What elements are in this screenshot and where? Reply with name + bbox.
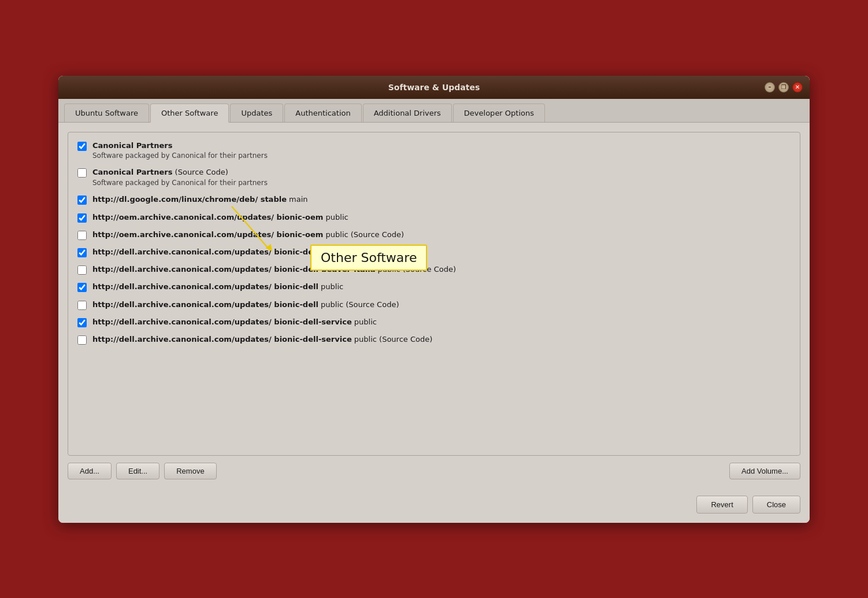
repo-checkbox-canonical-partners[interactable] (77, 142, 87, 151)
tab-updates[interactable]: Updates (230, 104, 283, 122)
list-item: http://dell.archive.canonical.com/update… (73, 313, 795, 331)
repo-name: http://dell.archive.canonical.com/update… (92, 300, 318, 309)
tab-other-software[interactable]: Other Software (150, 104, 229, 123)
tab-additional-drivers[interactable]: Additional Drivers (363, 104, 452, 122)
add-volume-button[interactable]: Add Volume... (729, 463, 800, 479)
close-button[interactable]: Close (752, 496, 800, 514)
list-item: http://oem.archive.canonical.com/updates… (73, 209, 795, 226)
repo-description: Software packaged by Canonical for their… (92, 151, 268, 161)
repo-extra: public (323, 213, 348, 222)
close-window-button[interactable]: ✕ (792, 82, 803, 93)
maximize-button[interactable]: ❐ (778, 82, 789, 93)
list-item: http://dell.archive.canonical.com/update… (73, 331, 795, 348)
window-controls: – ❐ ✕ (765, 82, 803, 93)
repo-description: Software packaged by Canonical for their… (92, 178, 268, 188)
repo-extra: public (Source Code) (352, 335, 433, 344)
content-wrapper: Other Software Canonical Partners Softwa… (68, 132, 800, 479)
app-window: Software & Updates – ❐ ✕ Ubuntu Software… (58, 76, 810, 523)
tab-ubuntu-software[interactable]: Ubuntu Software (64, 104, 149, 122)
edit-button[interactable]: Edit... (116, 463, 159, 479)
bottom-buttons: Revert Close (58, 489, 810, 523)
repo-checkbox-dell-beaver-italia[interactable] (77, 248, 87, 257)
tooltip-other-software: Other Software (310, 245, 427, 271)
list-item: http://dell.archive.canonical.com/update… (73, 278, 795, 296)
tab-authentication[interactable]: Authentication (284, 104, 361, 122)
list-item: http://dell.archive.canonical.com/update… (73, 296, 795, 313)
titlebar: Software & Updates – ❐ ✕ (58, 76, 810, 99)
repo-checkbox-oem-bionic-oem-source[interactable] (77, 231, 87, 240)
repo-name: Canonical Partners (92, 168, 172, 176)
svg-marker-1 (266, 243, 273, 251)
revert-button[interactable]: Revert (696, 496, 747, 514)
repo-list: Canonical Partners Software packaged by … (68, 132, 800, 456)
repo-name: http://dell.archive.canonical.com/update… (92, 318, 352, 326)
action-buttons-row: Add... Edit... Remove Add Volume... (68, 463, 800, 479)
list-item: Canonical Partners Software packaged by … (73, 137, 795, 164)
annotation-arrow (201, 190, 305, 265)
repo-extra: public (318, 282, 343, 291)
repo-extra: public (Source Code) (323, 230, 404, 239)
repo-checkbox-dell-bionic-dell[interactable] (77, 283, 87, 292)
list-item: http://dell.archive.canonical.com/update… (73, 261, 795, 278)
list-item: Canonical Partners (Source Code) Softwar… (73, 164, 795, 191)
tab-bar: Ubuntu Software Other Software Updates A… (58, 99, 810, 123)
repo-checkbox-dell-service[interactable] (77, 318, 87, 327)
repo-checkbox-canonical-partners-source[interactable] (77, 168, 87, 178)
repo-checkbox-dell-beaver-italia-source[interactable] (77, 265, 87, 275)
repo-checkbox-dell-bionic-dell-source[interactable] (77, 301, 87, 310)
window-title: Software & Updates (388, 83, 480, 92)
svg-line-0 (232, 206, 268, 248)
repo-name: Canonical Partners (92, 141, 172, 150)
minimize-button[interactable]: – (765, 82, 775, 93)
tab-developer-options[interactable]: Developer Options (453, 104, 545, 122)
repo-extra: (Source Code) (172, 168, 228, 176)
list-item: http://dell.archive.canonical.com/update… (73, 243, 795, 261)
repo-extra: public (Source Code) (318, 300, 399, 309)
repo-extra: public (352, 318, 377, 326)
repo-checkbox-oem-bionic-oem[interactable] (77, 213, 87, 223)
repo-checkbox-google-chrome[interactable] (77, 195, 87, 205)
tab-content: Other Software Canonical Partners Softwa… (58, 123, 810, 489)
list-item: http://oem.archive.canonical.com/updates… (73, 226, 795, 243)
repo-name: http://dell.archive.canonical.com/update… (92, 335, 352, 344)
repo-name: http://dell.archive.canonical.com/update… (92, 282, 318, 291)
add-button[interactable]: Add... (68, 463, 112, 479)
list-item: http://dl.google.com/linux/chrome/deb/ s… (73, 191, 795, 208)
remove-button[interactable]: Remove (164, 463, 216, 479)
repo-checkbox-dell-service-source[interactable] (77, 335, 87, 345)
left-buttons: Add... Edit... Remove (68, 463, 217, 479)
